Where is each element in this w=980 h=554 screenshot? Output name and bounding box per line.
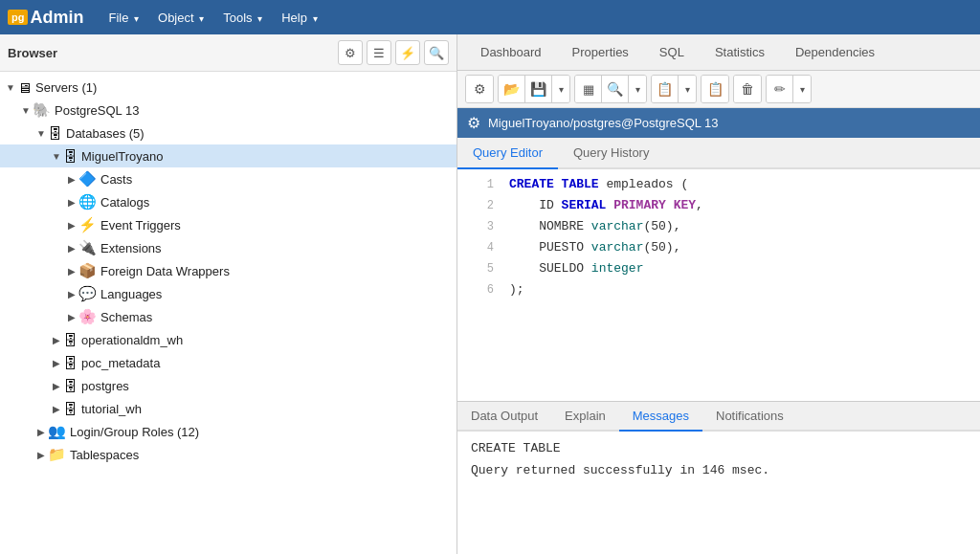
line-content: CREATE TABLE empleados ( xyxy=(509,177,688,191)
top-tab-dashboard[interactable]: Dashboard xyxy=(465,39,557,65)
editor-tab-query-history[interactable]: Query History xyxy=(558,138,664,169)
bottom-tab-messages[interactable]: Messages xyxy=(619,402,702,432)
tree-item[interactable]: ▶🗄poc_metadata xyxy=(0,351,457,374)
tree-item[interactable]: ▶🗄tutorial_wh xyxy=(0,397,457,420)
toolbar-grid-btn[interactable]: ▦ xyxy=(575,76,602,102)
line-content: NOMBRE varchar(50), xyxy=(509,219,680,233)
tree-node-label: Languages xyxy=(100,287,162,301)
tree-node-icon: 🗄 xyxy=(63,332,78,348)
tree-item[interactable]: ▶🔷Casts xyxy=(0,167,457,190)
line-number: 2 xyxy=(465,199,494,212)
tree-arrow: ▶ xyxy=(34,450,48,460)
message-line: CREATE TABLE xyxy=(471,441,967,455)
tree: ▼🖥Servers (1)▼🐘PostgreSQL 13▼🗄Databases … xyxy=(0,72,457,554)
code-segment: ); xyxy=(509,282,524,297)
code-segment: (50) xyxy=(643,240,673,255)
toolbar-group-4: 📋 ▾ xyxy=(651,75,697,103)
tree-node-icon: 🗄 xyxy=(63,355,78,371)
bottom-tab-data-output[interactable]: Data Output xyxy=(457,402,551,432)
editor-tabs: Query EditorQuery History xyxy=(457,138,980,169)
tree-item[interactable]: ▶🌸Schemas xyxy=(0,305,457,328)
line-number: 1 xyxy=(465,178,494,191)
tree-item[interactable]: ▶📁Tablespaces xyxy=(0,443,457,466)
tree-arrow: ▶ xyxy=(50,381,63,391)
toolbar-group-6: 🗑 xyxy=(733,75,762,103)
browser-toolbar-filter[interactable]: ⚡ xyxy=(395,40,420,65)
menu-object[interactable]: Object ▾ xyxy=(148,7,213,29)
tree-item[interactable]: ▼🗄Databases (5) xyxy=(0,122,457,144)
editor-tab-query-editor[interactable]: Query Editor xyxy=(457,138,558,169)
toolbar-save-dropdown[interactable]: ▾ xyxy=(552,76,569,102)
toolbar-group-2: 📂 💾 ▾ xyxy=(498,75,570,103)
tree-node-label: Casts xyxy=(100,172,132,187)
toolbar-search-dropdown[interactable]: ▾ xyxy=(629,76,646,102)
browser-toolbar-properties[interactable]: ⚙ xyxy=(338,40,363,65)
toolbar-search2-btn[interactable]: 🔍 xyxy=(602,76,629,102)
browser-toolbar-table[interactable]: ☰ xyxy=(367,40,391,65)
main-layout: Browser ⚙ ☰ ⚡ 🔍 ▼🖥Servers (1)▼🐘PostgreSQ… xyxy=(0,34,980,554)
toolbar-copy-btn[interactable]: 📋 xyxy=(652,76,679,102)
tree-arrow: ▼ xyxy=(19,105,33,116)
tree-node-icon: 🗄 xyxy=(48,125,62,142)
toolbar-delete-btn[interactable]: 🗑 xyxy=(734,76,761,102)
bottom-tab-explain[interactable]: Explain xyxy=(551,402,619,432)
connection-text: MiguelTroyano/postgres@PostgreSQL 13 xyxy=(488,116,719,130)
menu-tools[interactable]: Tools ▾ xyxy=(213,7,272,29)
tree-node-icon: 🔌 xyxy=(78,239,97,256)
tree-item[interactable]: ▶🔌Extensions xyxy=(0,236,457,259)
toolbar-paste-btn[interactable]: 📋 xyxy=(702,76,728,102)
toolbar-save-btn[interactable]: 💾 xyxy=(525,76,552,102)
tree-item[interactable]: ▼🐘PostgreSQL 13 xyxy=(0,99,457,122)
tree-node-label: MiguelTroyano xyxy=(81,149,164,164)
browser-toolbar: ⚙ ☰ ⚡ 🔍 xyxy=(338,40,449,65)
tree-arrow: ▶ xyxy=(65,220,78,231)
tree-arrow: ▼ xyxy=(50,151,63,162)
menu-help[interactable]: Help ▾ xyxy=(272,7,326,29)
tree-node-icon: 📁 xyxy=(48,446,66,463)
code-editor[interactable]: 1CREATE TABLE empleados (2 ID SERIAL PRI… xyxy=(457,169,980,401)
code-line: 1CREATE TABLE empleados ( xyxy=(457,177,980,198)
toolbar-edit-dropdown[interactable]: ▾ xyxy=(793,76,811,102)
code-segment: empleados xyxy=(606,177,673,191)
top-tab-statistics[interactable]: Statistics xyxy=(700,39,780,65)
tree-item[interactable]: ▶👥Login/Group Roles (12) xyxy=(0,420,457,443)
code-segment: PRIMARY KEY xyxy=(613,198,696,212)
tree-item[interactable]: ▶⚡Event Triggers xyxy=(0,213,457,236)
tree-item[interactable]: ▶🗄postgres xyxy=(0,374,457,397)
tree-arrow: ▶ xyxy=(65,289,78,299)
toolbar-open-btn[interactable]: 📂 xyxy=(499,76,525,102)
tree-arrow: ▶ xyxy=(65,174,78,185)
tree-node-icon: 🔷 xyxy=(78,170,97,188)
code-line: 3 NOMBRE varchar(50), xyxy=(457,219,980,240)
tree-item[interactable]: ▶🌐Catalogs xyxy=(0,190,457,213)
tree-node-icon: 🗄 xyxy=(63,378,78,394)
tree-node-label: Tablespaces xyxy=(70,448,139,462)
top-tab-sql[interactable]: SQL xyxy=(644,39,700,65)
top-tab-properties[interactable]: Properties xyxy=(557,39,644,65)
tree-node-icon: ⚡ xyxy=(78,216,97,233)
tree-arrow: ▼ xyxy=(34,128,48,139)
tree-item[interactable]: ▼🖥Servers (1) xyxy=(0,76,457,99)
toolbar-execute-btn[interactable]: ⚙ xyxy=(466,76,493,102)
menu-file[interactable]: File ▾ xyxy=(99,7,148,29)
tree-item[interactable]: ▼🗄MiguelTroyano xyxy=(0,144,457,167)
tree-item[interactable]: ▶💬Languages xyxy=(0,282,457,305)
code-segment: , xyxy=(674,240,681,255)
line-number: 3 xyxy=(465,220,494,233)
toolbar-edit-btn[interactable]: ✏ xyxy=(767,76,793,102)
code-segment: NOMBRE xyxy=(509,219,591,233)
code-segment: SERIAL xyxy=(562,198,614,212)
tree-node-label: PostgreSQL 13 xyxy=(55,103,139,118)
tree-item[interactable]: ▶🗄operationaldm_wh xyxy=(0,328,457,351)
browser-title: Browser xyxy=(8,46,338,60)
bottom-panel: Data OutputExplainMessagesNotifications … xyxy=(457,401,980,554)
query-toolbar: ⚙ 📂 💾 ▾ ▦ 🔍 ▾ 📋 ▾ 📋 🗑 xyxy=(457,71,980,108)
toolbar-copy-dropdown[interactable]: ▾ xyxy=(679,76,696,102)
bottom-tab-notifications[interactable]: Notifications xyxy=(702,402,797,432)
code-segment: ( xyxy=(674,177,689,191)
line-number: 5 xyxy=(465,262,494,276)
tree-item[interactable]: ▶📦Foreign Data Wrappers xyxy=(0,259,457,282)
top-tab-dependencies[interactable]: Dependencies xyxy=(780,39,890,65)
browser-toolbar-search[interactable]: 🔍 xyxy=(424,40,449,65)
tree-node-label: postgres xyxy=(81,379,129,393)
